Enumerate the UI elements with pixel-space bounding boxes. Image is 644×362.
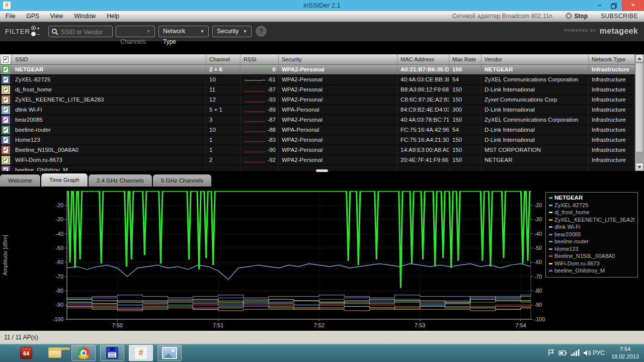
volume-icon[interactable] <box>583 349 592 357</box>
rssi-cell: -90 <box>240 145 279 155</box>
menu-item-window[interactable]: Window <box>68 11 101 22</box>
action-center-flag-icon[interactable] <box>547 349 555 357</box>
menu-item-gps[interactable]: GPS <box>21 11 44 22</box>
close-button[interactable]: × <box>622 0 644 11</box>
table-row[interactable]: ✓dlink Wi-Fi5 + 1-89WPA-Personal84:C9:B2… <box>0 105 635 115</box>
network-type-cell: Infrastructure <box>589 65 635 74</box>
chevron-down-icon: ▼ <box>200 26 204 37</box>
legend-item: beeline-router <box>549 238 634 245</box>
column-header-mac-address[interactable]: MAC Address <box>397 54 449 64</box>
photo-viewer-icon <box>162 347 177 359</box>
checkbox: ✓ <box>3 157 9 163</box>
ssid-cell: WiFi-Dom.ru-8673 <box>12 155 206 165</box>
clock-time: 7:54 <box>611 345 639 353</box>
table-row[interactable]: ✓bear200853-87WPA2-Personal40:4A:03:78:B… <box>0 115 635 125</box>
column-header-channel[interactable]: Channel <box>206 54 240 64</box>
help-button[interactable]: ? <box>256 26 267 37</box>
row-checkbox[interactable]: ✓ <box>0 115 12 125</box>
rssi-value: -87 <box>267 115 276 125</box>
language-indicator[interactable]: РУС <box>593 344 605 362</box>
row-checkbox[interactable]: ✓ <box>0 135 12 145</box>
tab-time-graph[interactable]: Time Graph <box>41 173 88 187</box>
menu-item-view[interactable]: View <box>45 11 69 22</box>
column-header-rssi[interactable]: RSSI <box>240 54 279 64</box>
row-checkbox[interactable]: ✓ <box>0 105 12 115</box>
tab-2-4-ghz-channels[interactable]: 2.4 GHz Channels <box>89 174 152 187</box>
x-tick-label: 7:53 <box>415 322 425 328</box>
tab-welcome[interactable]: Welcome <box>0 174 40 187</box>
column-header-ssid[interactable]: SSID <box>12 54 206 64</box>
channel-cell: 1 <box>206 135 240 145</box>
column-header-max-rate[interactable]: Max Rate <box>449 54 481 64</box>
column-header-vendor[interactable]: Vendor <box>481 54 589 64</box>
restore-button[interactable] <box>607 0 621 11</box>
table-row[interactable]: ✓Home1231-83WPA2-PersonalFC:75:16:A4:21:… <box>0 135 635 145</box>
network-type-cell: Infrastructure <box>589 105 635 115</box>
table-row[interactable]: ✓WiFi-Dom.ru-86732-92WPA2-Personal20:4E:… <box>0 155 635 165</box>
rssi-sparkline <box>248 66 271 73</box>
clock[interactable]: 7:54 18.02.2013 <box>611 345 639 360</box>
table-row[interactable]: ✓beeline-router10-88WPA-PersonalFC:75:16… <box>0 125 635 135</box>
y-tick-label: -50 <box>56 245 63 251</box>
security-cell: WPA2-Personal <box>279 115 397 125</box>
rssi-sparkline <box>244 147 265 154</box>
tab-5-ghz-channels[interactable]: 5 GHz Channels <box>153 174 211 187</box>
checkbox: ✓ <box>3 76 9 83</box>
mac-address-cell: B8:A3:86:12:F9:68 <box>397 85 449 95</box>
row-checkbox[interactable]: ✓ <box>0 85 12 95</box>
scrollbar-down-arrow[interactable] <box>635 163 643 171</box>
taskbar-app-aida64[interactable]: 64 <box>14 345 38 361</box>
channel-cell: 12 <box>206 95 240 105</box>
menu-item-file[interactable]: File <box>0 11 21 22</box>
stop-button[interactable]: Stop <box>566 11 588 22</box>
table-row[interactable]: ✓ZyXEL_KEENETIC_LITE_3EA28312-93WPA2-Per… <box>0 95 635 105</box>
taskbar-app-photo-viewer[interactable] <box>157 345 182 361</box>
y-tick-label: -20 <box>534 202 542 208</box>
security-dropdown[interactable]: ▼Security <box>212 26 252 37</box>
row-checkbox[interactable]: ✓ <box>0 145 12 155</box>
column-header-network-type[interactable]: Network Type <box>589 54 635 64</box>
search-input[interactable] <box>60 27 112 37</box>
table-scrollbar[interactable] <box>635 54 644 171</box>
table-row[interactable]: ✓dj_frost_home11-87WPA2-PersonalB8:A3:86… <box>0 85 635 95</box>
network-signal-icon[interactable] <box>571 349 580 357</box>
table-row[interactable]: ✓NETGEAR2 + 60WPA2-PersonalA0:21:B7:B6:3… <box>0 65 635 75</box>
row-checkbox[interactable]: ✓ <box>0 65 12 74</box>
y-tick-label: -100 <box>53 316 63 322</box>
column-header-security[interactable]: Security <box>279 54 397 64</box>
ssid-cell: dlink Wi-Fi <box>12 105 206 115</box>
menu-item-help[interactable]: Help <box>101 11 125 22</box>
legend-item: dj_frost_home <box>549 209 634 216</box>
max-rate-cell: 300 <box>449 105 481 115</box>
channels-dropdown[interactable]: ▼Channels <box>116 26 155 37</box>
taskbar-app-file-explorer[interactable] <box>43 345 67 361</box>
legend-swatch <box>549 219 552 221</box>
legend-item: Home123 <box>549 245 634 253</box>
network-type-cell: Infrastructure <box>589 95 635 105</box>
table-row[interactable]: ✓Beeline_N150L_00A8A01-90WPA2-Personal14… <box>0 145 635 155</box>
network-type-cell: Infrastructure <box>589 115 635 125</box>
taskbar-app-inssider[interactable]: # <box>129 345 153 361</box>
splitter-handle[interactable] <box>316 169 328 172</box>
taskbar-app-chrome[interactable] <box>71 345 96 361</box>
subscribe-button[interactable]: SUBSCRIBE <box>601 11 638 22</box>
row-checkbox[interactable]: ✓ <box>0 155 12 165</box>
minimize-button[interactable]: – <box>593 0 607 11</box>
row-checkbox[interactable]: ✓ <box>0 95 12 105</box>
filter-add-remove-toggle[interactable]: + − <box>31 26 44 38</box>
row-checkbox[interactable]: ✓ <box>0 165 12 171</box>
scrollbar-thumb[interactable] <box>635 63 643 152</box>
row-checkbox[interactable]: ✓ <box>0 125 12 135</box>
security-cell: WPA-Personal <box>279 125 397 135</box>
battery-icon[interactable] <box>558 349 568 357</box>
select-all-checkbox[interactable]: ✓ <box>0 54 12 64</box>
row-checkbox[interactable]: ✓ <box>0 75 12 84</box>
taskbar-app-fraps[interactable] <box>100 345 124 361</box>
table-row[interactable]: ✓ZyXEL-8272510-61WPA2-Personal40:4A:03:C… <box>0 75 635 85</box>
network-type-dropdown[interactable]: ▼Network Type <box>158 26 209 37</box>
scrollbar-up-arrow[interactable] <box>635 54 643 62</box>
menu-bar: FileGPSViewWindowHelp Сетевой адаптер Br… <box>0 11 644 22</box>
max-rate-cell: 150 <box>449 135 481 145</box>
checkbox: ✓ <box>3 137 9 143</box>
checkbox: ✓ <box>3 167 9 171</box>
